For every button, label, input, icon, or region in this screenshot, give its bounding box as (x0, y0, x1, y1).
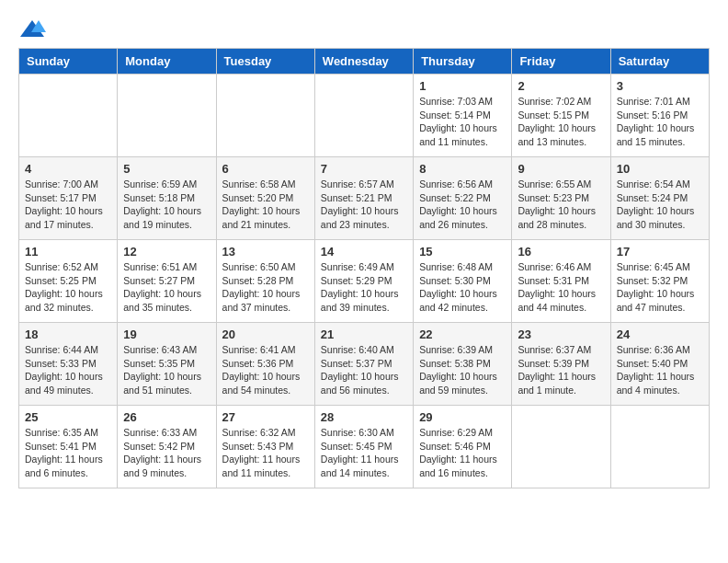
calendar-cell: 26Sunrise: 6:33 AM Sunset: 5:42 PM Dayli… (118, 406, 216, 488)
day-info: Sunrise: 6:43 AM Sunset: 5:35 PM Dayligh… (123, 343, 210, 397)
day-info: Sunrise: 6:30 AM Sunset: 5:45 PM Dayligh… (321, 426, 407, 480)
day-number: 3 (617, 79, 703, 93)
page-header (18, 18, 710, 39)
day-number: 13 (222, 245, 309, 259)
calendar-cell: 1Sunrise: 7:03 AM Sunset: 5:14 PM Daylig… (414, 75, 512, 157)
day-info: Sunrise: 7:03 AM Sunset: 5:14 PM Dayligh… (419, 95, 506, 149)
calendar-cell: 3Sunrise: 7:01 AM Sunset: 5:16 PM Daylig… (610, 75, 709, 157)
day-number: 25 (25, 410, 111, 424)
calendar-cell: 27Sunrise: 6:32 AM Sunset: 5:43 PM Dayli… (216, 406, 314, 488)
calendar-cell: 11Sunrise: 6:52 AM Sunset: 5:25 PM Dayli… (19, 240, 118, 323)
day-info: Sunrise: 6:55 AM Sunset: 5:23 PM Dayligh… (518, 178, 604, 232)
day-info: Sunrise: 6:54 AM Sunset: 5:24 PM Dayligh… (617, 178, 703, 232)
day-info: Sunrise: 6:32 AM Sunset: 5:43 PM Dayligh… (222, 426, 309, 480)
day-info: Sunrise: 6:37 AM Sunset: 5:39 PM Dayligh… (518, 343, 604, 397)
day-number: 27 (222, 410, 309, 424)
calendar-week-2: 4Sunrise: 7:00 AM Sunset: 5:17 PM Daylig… (19, 157, 710, 240)
calendar-cell: 4Sunrise: 7:00 AM Sunset: 5:17 PM Daylig… (19, 157, 118, 240)
calendar-cell: 20Sunrise: 6:41 AM Sunset: 5:36 PM Dayli… (216, 323, 314, 406)
day-number: 7 (321, 162, 407, 176)
day-number: 29 (419, 410, 506, 424)
day-info: Sunrise: 6:41 AM Sunset: 5:36 PM Dayligh… (222, 343, 309, 397)
calendar-cell: 8Sunrise: 6:56 AM Sunset: 5:22 PM Daylig… (414, 157, 512, 240)
day-number: 16 (518, 245, 604, 259)
logo (18, 18, 50, 39)
day-number: 20 (222, 327, 309, 341)
day-info: Sunrise: 6:56 AM Sunset: 5:22 PM Dayligh… (419, 178, 506, 232)
day-number: 1 (419, 79, 506, 93)
weekday-header-monday: Monday (118, 49, 216, 75)
calendar-cell: 14Sunrise: 6:49 AM Sunset: 5:29 PM Dayli… (314, 240, 413, 323)
calendar-cell: 5Sunrise: 6:59 AM Sunset: 5:18 PM Daylig… (118, 157, 216, 240)
calendar-cell: 19Sunrise: 6:43 AM Sunset: 5:35 PM Dayli… (118, 323, 216, 406)
day-number: 17 (617, 245, 703, 259)
day-number: 19 (123, 327, 210, 341)
calendar-cell (314, 75, 413, 157)
calendar-cell: 12Sunrise: 6:51 AM Sunset: 5:27 PM Dayli… (118, 240, 216, 323)
day-info: Sunrise: 6:57 AM Sunset: 5:21 PM Dayligh… (321, 178, 407, 232)
weekday-header-thursday: Thursday (414, 49, 512, 75)
calendar-week-4: 18Sunrise: 6:44 AM Sunset: 5:33 PM Dayli… (19, 323, 710, 406)
calendar-cell: 29Sunrise: 6:29 AM Sunset: 5:46 PM Dayli… (414, 406, 512, 488)
calendar-cell: 2Sunrise: 7:02 AM Sunset: 5:15 PM Daylig… (512, 75, 610, 157)
weekday-header-tuesday: Tuesday (216, 49, 314, 75)
day-number: 4 (25, 162, 111, 176)
calendar-cell: 22Sunrise: 6:39 AM Sunset: 5:38 PM Dayli… (414, 323, 512, 406)
day-number: 28 (321, 410, 407, 424)
day-number: 23 (518, 327, 604, 341)
day-number: 11 (25, 245, 111, 259)
day-number: 18 (25, 327, 111, 341)
day-info: Sunrise: 6:44 AM Sunset: 5:33 PM Dayligh… (25, 343, 111, 397)
day-number: 6 (222, 162, 309, 176)
day-number: 14 (321, 245, 407, 259)
day-info: Sunrise: 6:35 AM Sunset: 5:41 PM Dayligh… (25, 426, 111, 480)
calendar-cell: 16Sunrise: 6:46 AM Sunset: 5:31 PM Dayli… (512, 240, 610, 323)
day-number: 12 (123, 245, 210, 259)
weekday-header-friday: Friday (512, 49, 610, 75)
day-number: 21 (321, 327, 407, 341)
weekday-header-saturday: Saturday (610, 49, 709, 75)
calendar-cell (512, 406, 610, 488)
day-info: Sunrise: 7:02 AM Sunset: 5:15 PM Dayligh… (518, 95, 604, 149)
calendar-cell: 28Sunrise: 6:30 AM Sunset: 5:45 PM Dayli… (314, 406, 413, 488)
calendar-cell (19, 75, 118, 157)
day-info: Sunrise: 6:39 AM Sunset: 5:38 PM Dayligh… (419, 343, 506, 397)
logo-icon (18, 18, 46, 39)
calendar-week-3: 11Sunrise: 6:52 AM Sunset: 5:25 PM Dayli… (19, 240, 710, 323)
day-info: Sunrise: 6:50 AM Sunset: 5:28 PM Dayligh… (222, 260, 309, 315)
calendar-cell (118, 75, 216, 157)
calendar-cell: 6Sunrise: 6:58 AM Sunset: 5:20 PM Daylig… (216, 157, 314, 240)
calendar-cell: 7Sunrise: 6:57 AM Sunset: 5:21 PM Daylig… (314, 157, 413, 240)
day-number: 22 (419, 327, 506, 341)
calendar-cell: 13Sunrise: 6:50 AM Sunset: 5:28 PM Dayli… (216, 240, 314, 323)
day-number: 5 (123, 162, 210, 176)
calendar-cell (610, 406, 709, 488)
day-info: Sunrise: 6:51 AM Sunset: 5:27 PM Dayligh… (123, 260, 210, 315)
calendar-cell: 9Sunrise: 6:55 AM Sunset: 5:23 PM Daylig… (512, 157, 610, 240)
day-info: Sunrise: 6:59 AM Sunset: 5:18 PM Dayligh… (123, 178, 210, 232)
calendar-cell: 18Sunrise: 6:44 AM Sunset: 5:33 PM Dayli… (19, 323, 118, 406)
weekday-header-wednesday: Wednesday (314, 49, 413, 75)
day-info: Sunrise: 6:52 AM Sunset: 5:25 PM Dayligh… (25, 260, 111, 315)
day-info: Sunrise: 6:58 AM Sunset: 5:20 PM Dayligh… (222, 178, 309, 232)
calendar-week-5: 25Sunrise: 6:35 AM Sunset: 5:41 PM Dayli… (19, 406, 710, 488)
calendar-cell: 10Sunrise: 6:54 AM Sunset: 5:24 PM Dayli… (610, 157, 709, 240)
header-row: SundayMondayTuesdayWednesdayThursdayFrid… (19, 49, 710, 75)
day-number: 9 (518, 162, 604, 176)
calendar-cell: 15Sunrise: 6:48 AM Sunset: 5:30 PM Dayli… (414, 240, 512, 323)
day-number: 2 (518, 79, 604, 93)
day-info: Sunrise: 7:01 AM Sunset: 5:16 PM Dayligh… (617, 95, 703, 149)
weekday-header-sunday: Sunday (19, 49, 118, 75)
calendar-cell (216, 75, 314, 157)
day-info: Sunrise: 6:29 AM Sunset: 5:46 PM Dayligh… (419, 426, 506, 480)
day-info: Sunrise: 6:45 AM Sunset: 5:32 PM Dayligh… (617, 260, 703, 315)
day-info: Sunrise: 6:49 AM Sunset: 5:29 PM Dayligh… (321, 260, 407, 315)
calendar-cell: 17Sunrise: 6:45 AM Sunset: 5:32 PM Dayli… (610, 240, 709, 323)
calendar-week-1: 1Sunrise: 7:03 AM Sunset: 5:14 PM Daylig… (19, 75, 710, 157)
day-info: Sunrise: 7:00 AM Sunset: 5:17 PM Dayligh… (25, 178, 111, 232)
day-number: 24 (617, 327, 703, 341)
day-info: Sunrise: 6:36 AM Sunset: 5:40 PM Dayligh… (617, 343, 703, 397)
day-number: 10 (617, 162, 703, 176)
day-number: 15 (419, 245, 506, 259)
day-info: Sunrise: 6:46 AM Sunset: 5:31 PM Dayligh… (518, 260, 604, 315)
